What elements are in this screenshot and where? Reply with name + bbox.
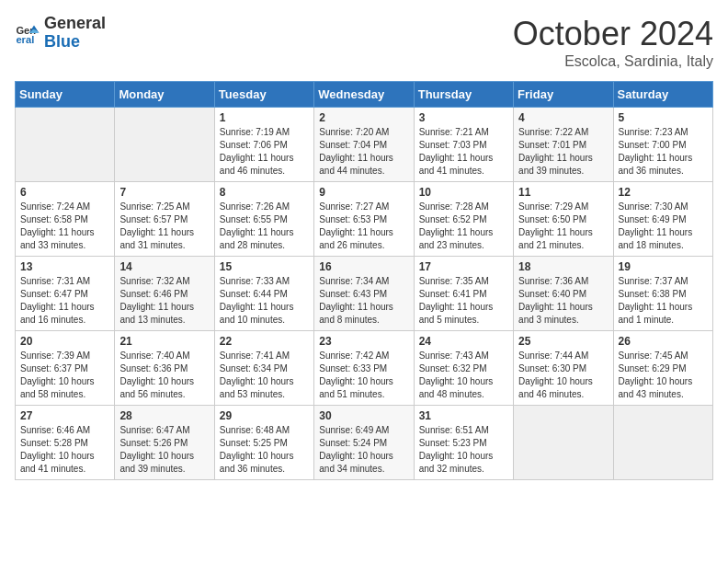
calendar-cell: 18Sunrise: 7:36 AMSunset: 6:40 PMDayligh… (514, 257, 613, 331)
day-number: 19 (619, 260, 708, 273)
calendar-cell (115, 108, 214, 182)
calendar-cell: 16Sunrise: 7:34 AMSunset: 6:43 PMDayligh… (314, 257, 414, 331)
day-detail: Sunrise: 7:31 AMSunset: 6:47 PMDaylight:… (20, 275, 109, 327)
calendar-cell: 23Sunrise: 7:42 AMSunset: 6:33 PMDayligh… (314, 331, 414, 406)
page-header: Gen eral General Blue October 2024 Escol… (15, 15, 713, 70)
calendar-cell: 13Sunrise: 7:31 AMSunset: 6:47 PMDayligh… (16, 257, 115, 331)
calendar-cell (514, 406, 613, 480)
day-number: 11 (518, 186, 608, 199)
day-detail: Sunrise: 7:23 AMSunset: 7:00 PMDaylight:… (619, 126, 708, 178)
calendar-cell: 17Sunrise: 7:35 AMSunset: 6:41 PMDayligh… (414, 257, 513, 331)
calendar-cell: 3Sunrise: 7:21 AMSunset: 7:03 PMDaylight… (414, 108, 513, 182)
weekday-header-saturday: Saturday (613, 82, 712, 108)
day-detail: Sunrise: 7:22 AMSunset: 7:01 PMDaylight:… (518, 126, 608, 178)
calendar-cell (16, 108, 115, 182)
calendar-cell: 29Sunrise: 6:48 AMSunset: 5:25 PMDayligh… (214, 406, 313, 480)
day-number: 1 (220, 111, 309, 124)
calendar-cell: 9Sunrise: 7:27 AMSunset: 6:53 PMDaylight… (314, 182, 414, 257)
day-detail: Sunrise: 7:40 AMSunset: 6:36 PMDaylight:… (119, 350, 209, 401)
calendar-cell: 1Sunrise: 7:19 AMSunset: 7:06 PMDaylight… (214, 108, 313, 182)
logo: Gen eral General Blue (15, 15, 106, 52)
day-number: 3 (419, 111, 508, 124)
calendar-cell: 30Sunrise: 6:49 AMSunset: 5:24 PMDayligh… (314, 406, 414, 480)
day-detail: Sunrise: 7:39 AMSunset: 6:37 PMDaylight:… (20, 350, 109, 401)
day-number: 2 (319, 111, 408, 124)
day-number: 8 (220, 186, 309, 199)
day-number: 27 (20, 409, 109, 422)
day-detail: Sunrise: 7:21 AMSunset: 7:03 PMDaylight:… (419, 126, 508, 178)
day-detail: Sunrise: 7:25 AMSunset: 6:57 PMDaylight:… (119, 201, 209, 252)
day-detail: Sunrise: 7:29 AMSunset: 6:50 PMDaylight:… (518, 201, 608, 252)
weekday-header-tuesday: Tuesday (214, 82, 313, 108)
day-detail: Sunrise: 7:35 AMSunset: 6:41 PMDaylight:… (419, 275, 508, 327)
weekday-header-wednesday: Wednesday (314, 82, 414, 108)
day-number: 7 (119, 186, 209, 199)
logo-text: General Blue (44, 15, 106, 52)
day-number: 14 (119, 260, 209, 273)
day-detail: Sunrise: 7:27 AMSunset: 6:53 PMDaylight:… (319, 201, 408, 252)
day-number: 16 (319, 260, 408, 273)
day-number: 21 (119, 335, 209, 348)
day-number: 6 (20, 186, 109, 199)
calendar-cell: 8Sunrise: 7:26 AMSunset: 6:55 PMDaylight… (214, 182, 313, 257)
calendar-cell: 6Sunrise: 7:24 AMSunset: 6:58 PMDaylight… (16, 182, 115, 257)
calendar-cell: 15Sunrise: 7:33 AMSunset: 6:44 PMDayligh… (214, 257, 313, 331)
calendar-cell: 21Sunrise: 7:40 AMSunset: 6:36 PMDayligh… (115, 331, 214, 406)
calendar-cell (613, 406, 712, 480)
day-number: 17 (419, 260, 508, 273)
day-number: 5 (619, 111, 708, 124)
weekday-header-sunday: Sunday (16, 82, 115, 108)
calendar-cell: 4Sunrise: 7:22 AMSunset: 7:01 PMDaylight… (514, 108, 613, 182)
day-number: 10 (419, 186, 508, 199)
day-number: 22 (220, 335, 309, 348)
title-block: October 2024 Escolca, Sardinia, Italy (513, 15, 713, 70)
day-number: 18 (518, 260, 608, 273)
calendar-cell: 26Sunrise: 7:45 AMSunset: 6:29 PMDayligh… (613, 331, 712, 406)
calendar-cell: 22Sunrise: 7:41 AMSunset: 6:34 PMDayligh… (214, 331, 313, 406)
day-detail: Sunrise: 7:28 AMSunset: 6:52 PMDaylight:… (419, 201, 508, 252)
weekday-header-friday: Friday (514, 82, 613, 108)
logo-icon: Gen eral (15, 20, 40, 46)
calendar-cell: 24Sunrise: 7:43 AMSunset: 6:32 PMDayligh… (414, 331, 513, 406)
day-number: 15 (220, 260, 309, 273)
weekday-header-monday: Monday (115, 82, 214, 108)
day-number: 13 (20, 260, 109, 273)
calendar-cell: 2Sunrise: 7:20 AMSunset: 7:04 PMDaylight… (314, 108, 414, 182)
day-detail: Sunrise: 7:32 AMSunset: 6:46 PMDaylight:… (119, 275, 209, 327)
day-number: 23 (319, 335, 408, 348)
day-number: 4 (518, 111, 608, 124)
day-detail: Sunrise: 7:45 AMSunset: 6:29 PMDaylight:… (619, 350, 708, 401)
day-detail: Sunrise: 6:49 AMSunset: 5:24 PMDaylight:… (319, 424, 408, 476)
day-detail: Sunrise: 7:37 AMSunset: 6:38 PMDaylight:… (619, 275, 708, 327)
location-title: Escolca, Sardinia, Italy (513, 53, 713, 70)
day-detail: Sunrise: 7:26 AMSunset: 6:55 PMDaylight:… (220, 201, 309, 252)
day-number: 24 (419, 335, 508, 348)
calendar-cell: 14Sunrise: 7:32 AMSunset: 6:46 PMDayligh… (115, 257, 214, 331)
calendar-cell: 27Sunrise: 6:46 AMSunset: 5:28 PMDayligh… (16, 406, 115, 480)
day-detail: Sunrise: 6:47 AMSunset: 5:26 PMDaylight:… (119, 424, 209, 476)
day-number: 12 (619, 186, 708, 199)
day-detail: Sunrise: 7:42 AMSunset: 6:33 PMDaylight:… (319, 350, 408, 401)
weekday-header-thursday: Thursday (414, 82, 513, 108)
day-detail: Sunrise: 6:51 AMSunset: 5:23 PMDaylight:… (419, 424, 508, 476)
calendar-cell: 11Sunrise: 7:29 AMSunset: 6:50 PMDayligh… (514, 182, 613, 257)
calendar-cell: 10Sunrise: 7:28 AMSunset: 6:52 PMDayligh… (414, 182, 513, 257)
calendar-cell: 12Sunrise: 7:30 AMSunset: 6:49 PMDayligh… (613, 182, 712, 257)
calendar-table: SundayMondayTuesdayWednesdayThursdayFrid… (15, 81, 713, 480)
day-detail: Sunrise: 7:43 AMSunset: 6:32 PMDaylight:… (419, 350, 508, 401)
day-number: 20 (20, 335, 109, 348)
calendar-cell: 20Sunrise: 7:39 AMSunset: 6:37 PMDayligh… (16, 331, 115, 406)
day-detail: Sunrise: 7:30 AMSunset: 6:49 PMDaylight:… (619, 201, 708, 252)
day-detail: Sunrise: 7:44 AMSunset: 6:30 PMDaylight:… (518, 350, 608, 401)
calendar-cell: 5Sunrise: 7:23 AMSunset: 7:00 PMDaylight… (613, 108, 712, 182)
calendar-cell: 25Sunrise: 7:44 AMSunset: 6:30 PMDayligh… (514, 331, 613, 406)
day-detail: Sunrise: 6:48 AMSunset: 5:25 PMDaylight:… (220, 424, 309, 476)
day-detail: Sunrise: 7:34 AMSunset: 6:43 PMDaylight:… (319, 275, 408, 327)
day-detail: Sunrise: 7:41 AMSunset: 6:34 PMDaylight:… (220, 350, 309, 401)
calendar-cell: 31Sunrise: 6:51 AMSunset: 5:23 PMDayligh… (414, 406, 513, 480)
calendar-cell: 7Sunrise: 7:25 AMSunset: 6:57 PMDaylight… (115, 182, 214, 257)
day-number: 25 (518, 335, 608, 348)
svg-text:eral: eral (16, 34, 34, 45)
day-number: 28 (119, 409, 209, 422)
day-number: 26 (619, 335, 708, 348)
